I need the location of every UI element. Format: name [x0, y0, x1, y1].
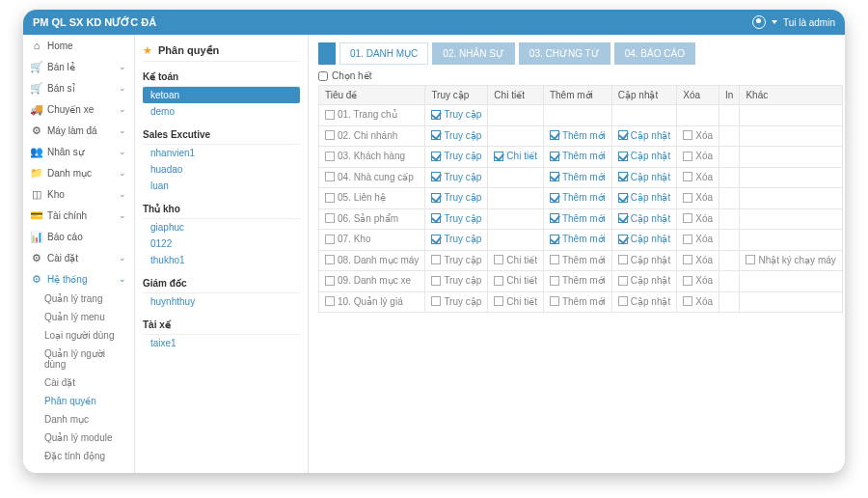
nav-Nhân sự[interactable]: 👥Nhân sự⌄: [23, 141, 134, 162]
tab-03. CHỨNG TỪ[interactable]: 03. CHỨNG TỪ: [519, 42, 610, 65]
perm-checkbox[interactable]: Thêm mới: [550, 151, 606, 161]
row-checkbox[interactable]: 06. Sản phẩm: [325, 213, 398, 224]
role-user-ketoan[interactable]: ketoan: [143, 87, 300, 103]
role-user-giaphuc[interactable]: giaphuc: [143, 219, 300, 235]
nav-sub-Quản lý module[interactable]: Quản lý module: [23, 429, 134, 447]
nav-sub-Quản lý trang[interactable]: Quản lý trang: [23, 290, 134, 308]
select-all-checkbox[interactable]: [318, 71, 328, 81]
col-Thêm mới: Thêm mới: [543, 86, 611, 105]
tab-01. DANH MỤC[interactable]: 01. DANH MỤC: [339, 42, 428, 65]
perm-checkbox[interactable]: Xóa: [683, 275, 713, 286]
perm-checkbox[interactable]: Nhật ký chạy máy: [746, 255, 835, 265]
perm-checkbox[interactable]: Truy cập: [431, 296, 481, 307]
nav-Chuyến xe[interactable]: 🚚Chuyến xe⌄: [23, 98, 134, 120]
role-user-thukho1[interactable]: thukho1: [143, 252, 300, 268]
role-user-luan[interactable]: luan: [143, 178, 300, 194]
nav-sub-Quản lý menu[interactable]: Quản lý menu: [23, 308, 134, 326]
tab-04. BÁO CÁO[interactable]: 04. BÁO CÁO: [614, 42, 695, 65]
perm-checkbox[interactable]: Cập nhật: [618, 151, 670, 161]
perm-checkbox[interactable]: Chi tiết: [494, 296, 537, 307]
nav-Kho[interactable]: ◫Kho⌄: [23, 183, 134, 205]
perm-checkbox[interactable]: Thêm mới: [550, 255, 606, 265]
perm-checkbox[interactable]: Chi tiết: [494, 255, 537, 265]
nav-Home[interactable]: ⌂Home: [23, 35, 134, 56]
perm-checkbox[interactable]: Thêm mới: [550, 192, 606, 203]
role-user-demo[interactable]: demo: [143, 103, 300, 120]
nav-sub-Cài đặt[interactable]: Cài đặt: [23, 374, 134, 392]
perm-checkbox[interactable]: Truy cập: [431, 151, 481, 161]
permissions-table: Tiêu đềTruy cậpChi tiếtThêm mớiCập nhậtX…: [318, 85, 843, 313]
perm-checkbox[interactable]: Truy cập: [431, 234, 481, 244]
nav-sub-Phân quyền[interactable]: Phân quyền: [23, 392, 134, 410]
perm-checkbox[interactable]: Cập nhật: [618, 192, 670, 203]
perm-checkbox[interactable]: Xóa: [683, 296, 713, 307]
select-all[interactable]: Chọn hết: [318, 70, 835, 81]
role-user-0122[interactable]: 0122: [143, 235, 300, 252]
nav-Bán lẻ[interactable]: 🛒Bán lẻ⌄: [23, 56, 134, 77]
perm-checkbox[interactable]: Truy cập: [431, 130, 481, 141]
perm-checkbox[interactable]: Thêm mới: [550, 213, 606, 224]
perm-checkbox[interactable]: Cập nhật: [618, 255, 670, 265]
folder-icon: 📁: [31, 167, 42, 179]
perm-checkbox[interactable]: Thêm mới: [550, 234, 606, 244]
perm-checkbox[interactable]: Cập nhật: [618, 213, 670, 224]
perm-checkbox[interactable]: Chi tiết: [494, 275, 537, 286]
row-checkbox[interactable]: 03. Khách hàng: [325, 151, 405, 161]
perm-checkbox[interactable]: Xóa: [683, 130, 713, 141]
perm-checkbox[interactable]: Truy cập: [431, 172, 481, 182]
perm-checkbox[interactable]: Xóa: [683, 255, 713, 265]
table-row: 10. Quản lý giá Truy cập Chi tiết Thêm m…: [319, 291, 843, 313]
role-user-nhanvien1[interactable]: nhanvien1: [143, 145, 300, 161]
chevron-down-icon: ⌄: [119, 62, 126, 71]
row-checkbox[interactable]: 08. Danh mục máy: [325, 255, 419, 265]
row-checkbox[interactable]: 01. Trang chủ: [325, 109, 397, 120]
perm-checkbox[interactable]: Truy cập: [431, 109, 481, 120]
perm-checkbox[interactable]: Chi tiết: [494, 151, 537, 161]
user-menu[interactable]: Tui là admin: [752, 15, 835, 29]
table-row: 09. Danh mục xe Truy cập Chi tiết Thêm m…: [319, 271, 843, 292]
nav-sub-Danh mục[interactable]: Danh mục: [23, 410, 134, 429]
perm-checkbox[interactable]: Xóa: [683, 192, 713, 203]
perm-checkbox[interactable]: Cập nhật: [618, 275, 670, 286]
perm-checkbox[interactable]: Xóa: [683, 172, 713, 182]
role-user-huynhthuy[interactable]: huynhthuy: [143, 293, 300, 310]
row-checkbox[interactable]: 07. Kho: [325, 234, 370, 244]
row-checkbox[interactable]: 05. Liên hệ: [325, 192, 386, 203]
perm-checkbox[interactable]: Truy cập: [431, 255, 481, 265]
nav-sub-Quản lý người dùng[interactable]: Quản lý người dùng: [23, 345, 134, 374]
perm-checkbox[interactable]: Xóa: [683, 213, 713, 224]
perm-checkbox[interactable]: Cập nhật: [618, 130, 670, 141]
row-checkbox[interactable]: 09. Danh mục xe: [325, 275, 411, 286]
role-user-taixe1[interactable]: taixe1: [143, 335, 300, 351]
perm-checkbox[interactable]: Thêm mới: [550, 130, 606, 141]
perm-checkbox[interactable]: Xóa: [683, 234, 713, 244]
perm-checkbox[interactable]: Cập nhật: [618, 296, 670, 307]
row-checkbox[interactable]: 10. Quản lý giá: [325, 296, 403, 307]
chevron-down-icon: ⌄: [119, 189, 126, 199]
perm-checkbox[interactable]: Cập nhật: [618, 172, 670, 182]
perm-checkbox[interactable]: Truy cập: [431, 213, 481, 224]
perm-checkbox[interactable]: Thêm mới: [550, 172, 606, 182]
nav-sub-Loại người dùng[interactable]: Loại người dùng: [23, 326, 134, 345]
nav-sub-Đặc tính động[interactable]: Đặc tính động: [23, 447, 134, 465]
nav-Bán sỉ[interactable]: 🛒Bán sỉ⌄: [23, 77, 134, 98]
perm-checkbox[interactable]: Thêm mới: [550, 296, 606, 307]
row-checkbox[interactable]: 02. Chi nhánh: [325, 130, 397, 141]
nav-Danh mục[interactable]: 📁Danh mục⌄: [23, 162, 134, 183]
chevron-down-icon: ⌄: [119, 168, 126, 178]
perm-checkbox[interactable]: Truy cập: [431, 275, 481, 286]
perm-checkbox[interactable]: Thêm mới: [550, 275, 606, 286]
tab-02. NHÂN SỰ[interactable]: 02. NHÂN SỰ: [432, 42, 514, 65]
role-user-huadao[interactable]: huadao: [143, 161, 300, 178]
nav-Cài đặt[interactable]: ⚙Cài đặt⌄: [23, 247, 134, 268]
nav-Máy làm đá[interactable]: ⚙Máy làm đá⌄: [23, 120, 134, 141]
perm-checkbox[interactable]: Truy cập: [431, 192, 481, 203]
perm-checkbox[interactable]: Cập nhật: [618, 234, 670, 244]
page-title: ★ Phân quyền: [143, 41, 300, 62]
table-row: 07. Kho Truy cập Thêm mới Cập nhật Xóa: [319, 230, 843, 251]
nav-Tài chính[interactable]: 💳Tài chính⌄: [23, 205, 134, 226]
row-checkbox[interactable]: 04. Nhà cung cấp: [325, 172, 414, 182]
nav-Báo cáo[interactable]: 📊Báo cáo: [23, 226, 134, 247]
perm-checkbox[interactable]: Xóa: [683, 151, 713, 161]
nav-system[interactable]: ⚙Hệ thống⌄: [23, 268, 134, 290]
